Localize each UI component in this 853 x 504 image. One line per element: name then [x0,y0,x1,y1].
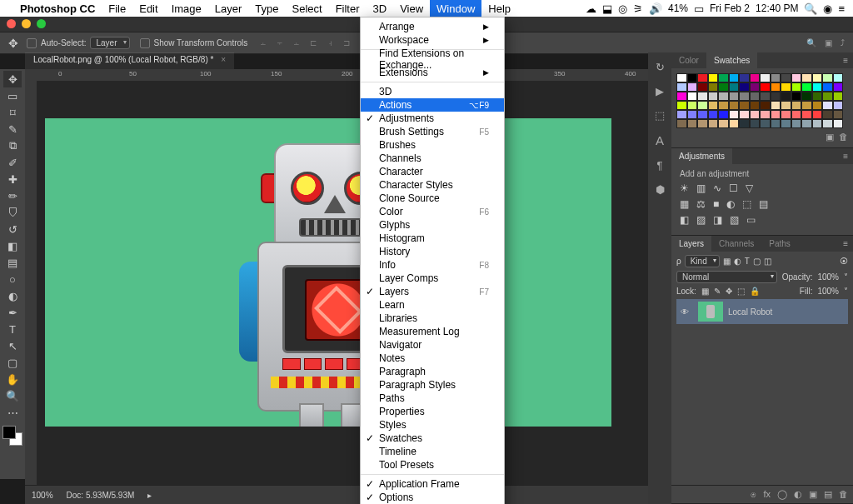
menu-item-application-frame[interactable]: ✓Application Frame [361,477,504,491]
history-panel-icon[interactable]: ↻ [656,61,665,73]
swatch[interactable] [687,73,698,82]
swatch[interactable] [718,82,729,92]
swatch[interactable] [833,101,844,110]
filter-smart-icon[interactable]: ◫ [764,257,771,266]
swatch[interactable] [771,73,781,82]
doc-size[interactable]: Doc: 5.93M/5.93M [67,491,135,500]
sync-icon[interactable]: ◎ [618,2,627,15]
notification-center-icon[interactable]: ≡ [838,2,845,15]
swatch[interactable] [708,119,719,128]
swatch[interactable] [760,92,771,101]
menu-file[interactable]: File [102,0,132,17]
quick-select-tool[interactable]: ✎ [3,121,22,137]
status-arrow-icon[interactable]: ▸ [147,491,152,500]
swatch[interactable] [718,101,729,110]
delete-layer-icon[interactable]: 🗑 [839,489,848,500]
lock-paint-icon[interactable]: ✎ [714,287,721,296]
swatch[interactable] [687,119,698,128]
search-icon[interactable]: 🔍 [806,38,816,47]
fill-menu-icon[interactable]: ˅ [844,287,848,296]
swatch[interactable] [760,82,771,92]
menu-item-character[interactable]: Character [361,165,504,178]
swatch[interactable] [739,119,750,128]
menu-item-channels[interactable]: Channels [361,152,504,165]
swatch[interactable] [697,119,708,128]
filter-adjust-icon[interactable]: ◐ [734,257,741,266]
menu-item-learn[interactable]: Learn [361,298,504,312]
lock-position-icon[interactable]: ✥ [726,287,732,296]
swatch[interactable] [739,82,750,92]
menu-item-paths[interactable]: Paths [361,392,504,405]
edit-toolbar[interactable]: ⋯ [3,404,22,421]
eyedropper-tool[interactable]: ✐ [3,154,22,171]
history-brush-tool[interactable]: ↺ [3,221,22,237]
align-hcenter-icon[interactable]: ⫞ [324,38,336,48]
menu-item-arrange[interactable]: Arrange▶ [361,20,504,33]
swatch[interactable] [729,82,740,92]
swatch[interactable] [697,92,708,101]
menu-3d[interactable]: 3D [367,0,394,17]
tab-color[interactable]: Color [671,52,706,68]
gradient-tool[interactable]: ▤ [3,254,22,271]
swatch[interactable] [791,119,802,128]
swatch[interactable] [771,110,781,119]
swatch[interactable] [781,119,791,128]
adj-exposure-icon[interactable]: ☐ [729,182,738,194]
marquee-tool[interactable]: ▭ [3,87,22,104]
swatch[interactable] [739,73,750,82]
close-tab-icon[interactable]: × [221,55,226,64]
swatch[interactable] [833,73,844,82]
properties-panel-icon[interactable]: ⬚ [655,109,665,122]
play-icon[interactable]: ▶ [656,85,664,97]
menu-layer[interactable]: Layer [208,0,249,17]
menu-item-glyphs[interactable]: Glyphs [361,218,504,232]
canvas-area[interactable] [37,81,648,486]
spotlight-icon[interactable]: 🔍 [804,2,817,15]
menu-item-notes[interactable]: Notes [361,352,504,365]
dropbox-icon[interactable]: ⬓ [602,2,612,15]
swatch[interactable] [750,92,761,101]
adj-lookup-icon[interactable]: ▤ [759,198,768,210]
swatch[interactable] [708,73,719,82]
swatch[interactable] [708,101,719,110]
lasso-tool[interactable]: ⌑ [3,104,22,121]
dodge-tool[interactable]: ◐ [3,287,22,304]
adj-levels-icon[interactable]: ▥ [696,182,706,194]
align-vcenter-icon[interactable]: ⫟ [274,38,286,48]
swatch[interactable] [822,92,833,101]
swatch[interactable] [729,119,740,128]
menu-item-paragraph[interactable]: Paragraph [361,365,504,378]
swatch[interactable] [729,101,740,110]
swatch[interactable] [676,110,687,119]
tab-channels[interactable]: Channels [711,236,761,252]
align-bottom-icon[interactable]: ⫠ [291,38,302,48]
swatch[interactable] [771,101,781,110]
adjustment-layer-icon[interactable]: ◐ [794,489,802,500]
adj-balance-icon[interactable]: ⚖ [696,198,706,210]
swatch[interactable] [750,119,761,128]
swatch[interactable] [697,73,708,82]
swatch[interactable] [801,82,812,92]
menu-item-brushes[interactable]: Brushes [361,138,504,152]
minimize-window[interactable] [22,19,31,28]
layer-row[interactable]: 👁 Local Robot [676,299,848,324]
lock-all-icon[interactable]: 🔒 [750,287,760,296]
swatch[interactable] [676,92,687,101]
menu-item-options[interactable]: ✓Options [361,491,504,504]
color-swatches[interactable] [2,426,22,446]
menu-item-swatches[interactable]: ✓Swatches [361,432,504,445]
swatch[interactable] [781,92,791,101]
swatch[interactable] [676,101,687,110]
swatch[interactable] [791,82,802,92]
swatch[interactable] [697,82,708,92]
menu-help[interactable]: Help [481,0,517,17]
cloud-icon[interactable]: ☁︎ [586,2,596,15]
tab-layers[interactable]: Layers [671,236,711,252]
character-panel-icon[interactable]: A [656,133,664,147]
fill-value[interactable]: 100% [817,287,839,296]
menu-filter[interactable]: Filter [329,0,367,17]
swatch[interactable] [718,119,729,128]
menu-item-layer-comps[interactable]: Layer Comps [361,272,504,285]
swatch[interactable] [833,110,844,119]
adj-photo-filter-icon[interactable]: ◐ [726,198,735,210]
